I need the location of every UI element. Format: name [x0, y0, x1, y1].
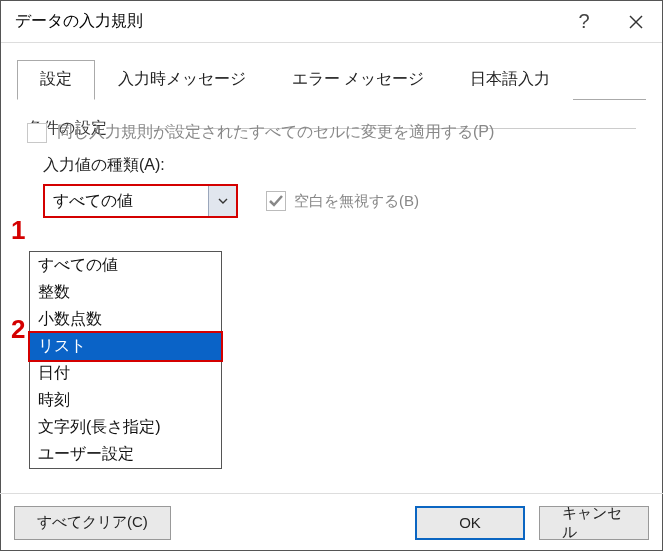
- content-area: 設定 入力時メッセージ エラー メッセージ 日本語入力 条件の設定 入力値の種類…: [1, 43, 662, 218]
- tab-label: 入力時メッセージ: [118, 70, 246, 87]
- allow-option[interactable]: 整数: [30, 279, 221, 306]
- clear-all-button[interactable]: すべてクリア(C): [14, 506, 171, 540]
- dialog-footer: すべてクリア(C) OK キャンセル: [0, 493, 663, 551]
- allow-option[interactable]: 時刻: [30, 387, 221, 414]
- callout-2: 2: [11, 314, 25, 345]
- criteria-section: 条件の設定 入力値の種類(A): すべての値 空白を無視する(B): [17, 100, 646, 218]
- tab-strip: 設定 入力時メッセージ エラー メッセージ 日本語入力: [17, 59, 646, 100]
- allow-option[interactable]: すべての値: [30, 252, 221, 279]
- tab-ime-mode[interactable]: 日本語入力: [447, 60, 573, 100]
- tab-error-alert[interactable]: エラー メッセージ: [269, 60, 447, 100]
- allow-option[interactable]: ユーザー設定: [30, 441, 221, 468]
- button-label: OK: [459, 514, 481, 531]
- allow-option[interactable]: 小数点数: [30, 306, 221, 333]
- dialog-title: データの入力規則: [15, 11, 558, 32]
- close-icon: [629, 15, 643, 29]
- allow-combobox[interactable]: すべての値: [43, 184, 238, 218]
- apply-changes-row: 同じ入力規則が設定されたすべてのセルに変更を適用する(P): [27, 122, 494, 143]
- allow-dropdown-list[interactable]: すべての値整数小数点数リスト日付時刻文字列(長さ指定)ユーザー設定: [29, 251, 222, 469]
- ignore-blank-checkbox[interactable]: [266, 191, 286, 211]
- ignore-blank-row: 空白を無視する(B): [266, 191, 419, 211]
- close-button[interactable]: [610, 1, 662, 43]
- callout-1: 1: [11, 215, 25, 246]
- apply-changes-checkbox[interactable]: [27, 123, 47, 143]
- allow-row: 入力値の種類(A): すべての値 空白を無視する(B): [43, 155, 636, 218]
- question-icon: ?: [578, 10, 589, 33]
- apply-changes-label: 同じ入力規則が設定されたすべてのセルに変更を適用する(P): [57, 122, 494, 143]
- cancel-button[interactable]: キャンセル: [539, 506, 649, 540]
- ok-button[interactable]: OK: [415, 506, 525, 540]
- ignore-blank-label: 空白を無視する(B): [294, 192, 419, 211]
- tab-label: エラー メッセージ: [292, 70, 424, 87]
- chevron-down-icon: [218, 198, 228, 204]
- allow-option[interactable]: リスト: [28, 331, 223, 362]
- allow-dropdown-button[interactable]: [208, 186, 236, 216]
- tab-label: 設定: [40, 70, 72, 87]
- tab-input-message[interactable]: 入力時メッセージ: [95, 60, 269, 100]
- title-bar: データの入力規則 ?: [1, 1, 662, 43]
- allow-value: すべての値: [45, 191, 208, 212]
- button-label: すべてクリア(C): [37, 513, 148, 532]
- button-label: キャンセル: [562, 504, 626, 542]
- check-icon: [269, 195, 283, 207]
- allow-label: 入力値の種類(A):: [43, 155, 636, 176]
- help-button[interactable]: ?: [558, 1, 610, 43]
- tab-settings[interactable]: 設定: [17, 60, 95, 100]
- tab-label: 日本語入力: [470, 70, 550, 87]
- allow-option[interactable]: 日付: [30, 360, 221, 387]
- allow-option[interactable]: 文字列(長さ指定): [30, 414, 221, 441]
